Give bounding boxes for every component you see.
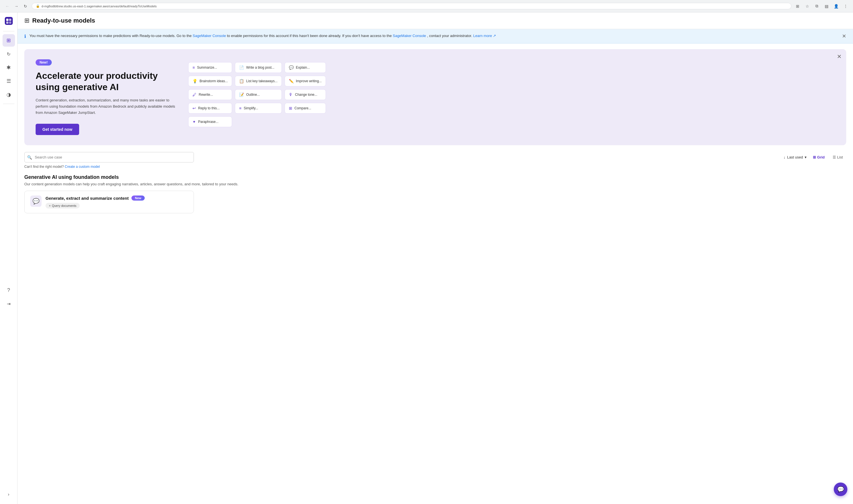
automl-icon: ↻ bbox=[7, 51, 11, 57]
sidebar-item-automl[interactable]: ↻ bbox=[2, 48, 15, 60]
translate-button[interactable]: ⊞ bbox=[794, 2, 802, 10]
tag-text: Query documents bbox=[52, 204, 76, 208]
model-icon-symbol: 💬 bbox=[33, 198, 39, 204]
model-card-title: Generate, extract and summarize content bbox=[46, 196, 129, 201]
list-label: List bbox=[837, 155, 843, 159]
custom-model-hint: Can't find the right model? Create a cus… bbox=[24, 165, 846, 169]
list-view-button[interactable]: ☰ List bbox=[829, 154, 846, 161]
chip-icon: ≡ bbox=[239, 106, 242, 110]
address-bar[interactable]: 🔒 d-mg8odibttrew.studio.us-east-1.sagema… bbox=[32, 3, 792, 9]
page-header: ⊞ Ready-to-use models bbox=[18, 13, 853, 29]
model-card-body: Generate, extract and summarize content … bbox=[46, 196, 188, 209]
sagemaker-console-link-1[interactable]: SageMaker Console bbox=[193, 34, 226, 38]
chip-icon: 📄 bbox=[239, 65, 244, 70]
search-icon: 🔍 bbox=[27, 155, 32, 160]
chip-icon: ⊞ bbox=[289, 106, 292, 110]
create-custom-model-link[interactable]: Create a custom model bbox=[65, 165, 100, 169]
sidebar: ⊞ ↻ ✱ ☰ ◑ ? ⇥ › bbox=[0, 13, 18, 504]
info-icon: ℹ bbox=[24, 34, 26, 39]
hero-chip[interactable]: ≡Summarize... bbox=[188, 62, 232, 73]
extensions-button[interactable]: ⧉ bbox=[813, 2, 821, 10]
model-new-badge: New bbox=[131, 196, 145, 201]
profile-button[interactable]: 👤 bbox=[832, 2, 840, 10]
hero-chip[interactable]: 📋List key takeaways... bbox=[235, 76, 282, 87]
content-area: ⊞ Ready-to-use models ℹ You must have th… bbox=[18, 13, 853, 504]
sidebar-item-jobs[interactable]: ☰ bbox=[2, 75, 15, 87]
hero-chip[interactable]: 🎙Change tone... bbox=[285, 89, 326, 100]
sidebar-item-analytics[interactable]: ◑ bbox=[2, 88, 15, 101]
model-card-icon: 💬 bbox=[30, 196, 41, 207]
learn-more-link[interactable]: Learn more ↗ bbox=[473, 34, 496, 38]
chip-icon: 💬 bbox=[289, 65, 294, 70]
menu-button[interactable]: ⋮ bbox=[842, 2, 850, 10]
analytics-icon: ◑ bbox=[6, 92, 11, 98]
logout-icon: ⇥ bbox=[7, 301, 11, 307]
url-text: d-mg8odibttrew.studio.us-east-1.sagemake… bbox=[41, 4, 157, 8]
page-header-icon: ⊞ bbox=[24, 17, 30, 24]
alert-text-2: to enable permissions for this account i… bbox=[227, 34, 393, 38]
sagemaker-console-link-2[interactable]: SageMaker Console bbox=[393, 34, 426, 38]
page-title: Ready-to-use models bbox=[32, 17, 95, 24]
grid-icon: ⊞ bbox=[813, 155, 816, 159]
section-title: Generative AI using foundation models bbox=[24, 174, 846, 180]
hero-chip[interactable]: ↩Reply to this... bbox=[188, 103, 232, 113]
search-input[interactable] bbox=[24, 152, 194, 162]
chip-icon: ✏️ bbox=[289, 79, 294, 83]
chevron-right-icon: › bbox=[8, 492, 9, 497]
svg-rect-3 bbox=[6, 21, 8, 24]
chip-icon: ↩ bbox=[193, 106, 196, 110]
nav-buttons: ← → ↻ bbox=[3, 2, 30, 10]
hero-chip[interactable]: ⊞Compare... bbox=[285, 103, 326, 113]
hero-chip[interactable]: 📝Outline... bbox=[235, 89, 282, 100]
svg-rect-4 bbox=[9, 21, 11, 24]
chat-fab-button[interactable]: 💬 bbox=[834, 483, 847, 496]
hero-chip[interactable]: 💬Explain... bbox=[285, 62, 326, 73]
alert-text-3: , contact your administrator. bbox=[427, 34, 473, 38]
sidebar-item-models[interactable]: ⊞ bbox=[2, 34, 15, 47]
hero-chip[interactable]: ✦Paraphrase... bbox=[188, 116, 232, 127]
app-logo bbox=[4, 16, 14, 26]
bookmark-button[interactable]: ☆ bbox=[803, 2, 811, 10]
main-content: ✕ New! Accelerate your productivity usin… bbox=[18, 43, 853, 219]
get-started-button[interactable]: Get started now bbox=[36, 124, 79, 135]
chip-label: Change tone... bbox=[295, 93, 317, 96]
app-container: ⊞ ↻ ✱ ☰ ◑ ? ⇥ › ⊞ Ready-to-use models bbox=[0, 13, 853, 504]
hero-chip[interactable]: 📄Write a blog post... bbox=[235, 62, 282, 73]
hero-description: Content generation, extraction, summariz… bbox=[36, 97, 177, 116]
hero-close-button[interactable]: ✕ bbox=[837, 54, 842, 59]
search-area: 🔍 ↓ Last used ▾ ⊞ Grid bbox=[24, 152, 846, 162]
hero-chip[interactable]: ≡Simplify... bbox=[235, 103, 282, 113]
grid-view-button[interactable]: ⊞ Grid bbox=[810, 154, 828, 161]
svg-rect-0 bbox=[5, 17, 13, 25]
sidebar-expand-button[interactable]: › bbox=[2, 488, 15, 501]
hero-chip[interactable]: 💡Brainstorm ideas... bbox=[188, 76, 232, 87]
sidebar-toggle[interactable]: ▤ bbox=[822, 2, 830, 10]
forward-button[interactable]: → bbox=[13, 2, 20, 10]
chip-icon: ≡ bbox=[193, 65, 195, 70]
chip-icon: 💡 bbox=[193, 79, 197, 83]
chip-label: Outline... bbox=[246, 93, 260, 96]
svg-rect-1 bbox=[6, 19, 8, 21]
model-card[interactable]: 💬 Generate, extract and summarize conten… bbox=[24, 191, 194, 213]
hero-chip[interactable]: ✏️Improve writing... bbox=[285, 76, 326, 87]
chip-label: Compare... bbox=[295, 106, 311, 110]
chip-label: Improve writing... bbox=[296, 79, 322, 83]
sort-button[interactable]: ↓ Last used ▾ bbox=[783, 155, 807, 159]
alert-text-1: You must have the necessary permissions … bbox=[30, 34, 193, 38]
alert-close-button[interactable]: ✕ bbox=[842, 33, 846, 39]
chat-icon: 💬 bbox=[837, 486, 844, 493]
sidebar-item-logout[interactable]: ⇥ bbox=[2, 298, 15, 310]
sidebar-divider-bottom bbox=[3, 104, 14, 104]
list-icon: ☰ bbox=[833, 155, 836, 159]
back-button[interactable]: ← bbox=[3, 2, 11, 10]
chip-label: Brainstorm ideas... bbox=[199, 79, 228, 83]
hero-banner: ✕ New! Accelerate your productivity usin… bbox=[24, 49, 846, 145]
svg-rect-2 bbox=[9, 19, 11, 21]
reload-button[interactable]: ↻ bbox=[21, 2, 30, 10]
sidebar-item-flows[interactable]: ✱ bbox=[2, 61, 15, 74]
help-icon: ? bbox=[7, 287, 10, 293]
hero-chip[interactable]: 🖊Rewrite... bbox=[188, 89, 232, 100]
search-input-wrap: 🔍 bbox=[24, 152, 194, 162]
sidebar-item-help[interactable]: ? bbox=[2, 284, 15, 296]
sort-label: Last used bbox=[787, 155, 803, 159]
